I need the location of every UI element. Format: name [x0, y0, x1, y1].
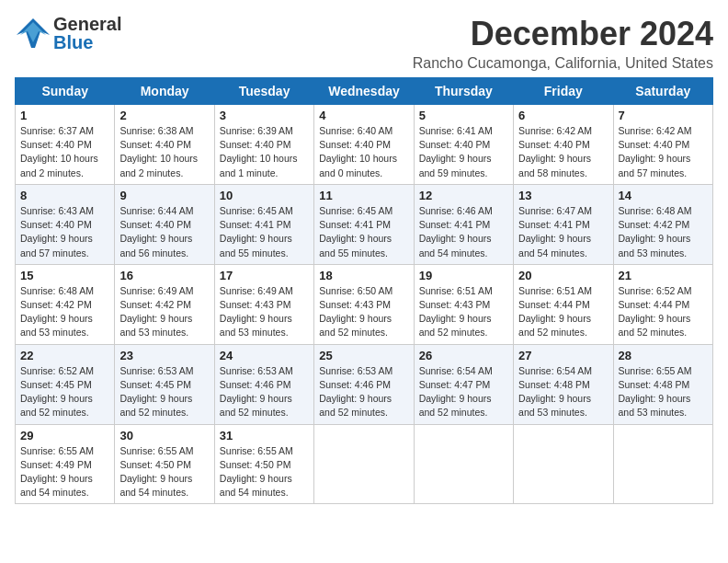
main-title: December 2024: [413, 15, 713, 53]
cell-content: Sunrise: 6:55 AMSunset: 4:50 PMDaylight:…: [220, 444, 309, 500]
day-number: 1: [20, 109, 109, 122]
cell-content: Sunrise: 6:43 AMSunset: 4:40 PMDaylight:…: [20, 204, 109, 260]
day-number: 26: [419, 349, 508, 362]
calendar-cell: 2Sunrise: 6:38 AMSunset: 4:40 PMDaylight…: [115, 105, 214, 185]
cell-content: Sunrise: 6:49 AMSunset: 4:42 PMDaylight:…: [119, 284, 209, 340]
day-number: 19: [419, 269, 508, 282]
day-number: 4: [319, 109, 408, 122]
calendar-table: Sunday Monday Tuesday Wednesday Thursday…: [15, 77, 713, 504]
day-number: 12: [419, 189, 508, 202]
calendar-cell: 4Sunrise: 6:40 AMSunset: 4:40 PMDaylight…: [314, 105, 414, 185]
calendar-week-3: 15Sunrise: 6:48 AMSunset: 4:42 PMDayligh…: [16, 264, 713, 344]
calendar-cell: [514, 424, 613, 504]
cell-content: Sunrise: 6:42 AMSunset: 4:40 PMDaylight:…: [518, 124, 608, 180]
cell-content: Sunrise: 6:50 AMSunset: 4:43 PMDaylight:…: [319, 284, 408, 340]
cell-content: Sunrise: 6:53 AMSunset: 4:46 PMDaylight:…: [319, 364, 408, 420]
calendar-cell: [314, 424, 414, 504]
day-number: 10: [220, 189, 309, 202]
calendar-cell: [414, 424, 513, 504]
day-number: 25: [319, 349, 408, 362]
cell-content: Sunrise: 6:55 AMSunset: 4:48 PMDaylight:…: [619, 364, 708, 420]
day-number: 3: [220, 109, 309, 122]
calendar-cell: 25Sunrise: 6:53 AMSunset: 4:46 PMDayligh…: [314, 344, 414, 424]
calendar-cell: 27Sunrise: 6:54 AMSunset: 4:48 PMDayligh…: [514, 344, 613, 424]
day-number: 15: [20, 269, 109, 282]
calendar-cell: 8Sunrise: 6:43 AMSunset: 4:40 PMDaylight…: [16, 184, 115, 264]
day-number: 20: [518, 269, 608, 282]
cell-content: Sunrise: 6:53 AMSunset: 4:45 PMDaylight:…: [119, 364, 209, 420]
subtitle: Rancho Cucamonga, California, United Sta…: [413, 55, 713, 72]
day-number: 21: [619, 269, 708, 282]
calendar-cell: 10Sunrise: 6:45 AMSunset: 4:41 PMDayligh…: [214, 184, 313, 264]
day-number: 11: [319, 189, 408, 202]
calendar-cell: 28Sunrise: 6:55 AMSunset: 4:48 PMDayligh…: [613, 344, 712, 424]
calendar-cell: 18Sunrise: 6:50 AMSunset: 4:43 PMDayligh…: [314, 264, 414, 344]
calendar-cell: 30Sunrise: 6:55 AMSunset: 4:50 PMDayligh…: [115, 424, 214, 504]
calendar-week-2: 8Sunrise: 6:43 AMSunset: 4:40 PMDaylight…: [16, 184, 713, 264]
day-number: 13: [518, 189, 608, 202]
day-number: 18: [319, 269, 408, 282]
calendar-cell: 22Sunrise: 6:52 AMSunset: 4:45 PMDayligh…: [16, 344, 115, 424]
calendar-cell: 11Sunrise: 6:45 AMSunset: 4:41 PMDayligh…: [314, 184, 414, 264]
calendar-cell: 12Sunrise: 6:46 AMSunset: 4:41 PMDayligh…: [414, 184, 513, 264]
day-number: 28: [619, 349, 708, 362]
calendar-cell: 21Sunrise: 6:52 AMSunset: 4:44 PMDayligh…: [613, 264, 712, 344]
cell-content: Sunrise: 6:51 AMSunset: 4:44 PMDaylight:…: [518, 284, 608, 340]
calendar-cell: 23Sunrise: 6:53 AMSunset: 4:45 PMDayligh…: [115, 344, 214, 424]
calendar-week-5: 29Sunrise: 6:55 AMSunset: 4:49 PMDayligh…: [16, 424, 713, 504]
calendar-cell: 15Sunrise: 6:48 AMSunset: 4:42 PMDayligh…: [16, 264, 115, 344]
cell-content: Sunrise: 6:52 AMSunset: 4:45 PMDaylight:…: [20, 364, 109, 420]
day-number: 14: [619, 189, 708, 202]
cell-content: Sunrise: 6:40 AMSunset: 4:40 PMDaylight:…: [319, 124, 408, 180]
cell-content: Sunrise: 6:46 AMSunset: 4:41 PMDaylight:…: [419, 204, 508, 260]
logo-general: General: [53, 15, 121, 33]
calendar-cell: 5Sunrise: 6:41 AMSunset: 4:40 PMDaylight…: [414, 105, 513, 185]
calendar-cell: 13Sunrise: 6:47 AMSunset: 4:41 PMDayligh…: [514, 184, 613, 264]
calendar-cell: 24Sunrise: 6:53 AMSunset: 4:46 PMDayligh…: [214, 344, 313, 424]
calendar-cell: 16Sunrise: 6:49 AMSunset: 4:42 PMDayligh…: [115, 264, 214, 344]
day-number: 16: [119, 269, 209, 282]
calendar-header: Sunday Monday Tuesday Wednesday Thursday…: [16, 78, 713, 105]
day-number: 22: [20, 349, 109, 362]
calendar-week-4: 22Sunrise: 6:52 AMSunset: 4:45 PMDayligh…: [16, 344, 713, 424]
day-number: 29: [20, 429, 109, 442]
calendar-cell: 9Sunrise: 6:44 AMSunset: 4:40 PMDaylight…: [115, 184, 214, 264]
day-number: 2: [119, 109, 209, 122]
cell-content: Sunrise: 6:49 AMSunset: 4:43 PMDaylight:…: [220, 284, 309, 340]
day-number: 23: [119, 349, 209, 362]
calendar-cell: [613, 424, 712, 504]
col-saturday: Saturday: [613, 78, 712, 105]
day-number: 6: [518, 109, 608, 122]
cell-content: Sunrise: 6:42 AMSunset: 4:40 PMDaylight:…: [619, 124, 708, 180]
cell-content: Sunrise: 6:47 AMSunset: 4:41 PMDaylight:…: [518, 204, 608, 260]
cell-content: Sunrise: 6:55 AMSunset: 4:50 PMDaylight:…: [119, 444, 209, 500]
day-number: 8: [20, 189, 109, 202]
calendar-cell: 1Sunrise: 6:37 AMSunset: 4:40 PMDaylight…: [16, 105, 115, 185]
day-number: 27: [518, 349, 608, 362]
header-row: Sunday Monday Tuesday Wednesday Thursday…: [16, 78, 713, 105]
calendar-cell: 3Sunrise: 6:39 AMSunset: 4:40 PMDaylight…: [214, 105, 313, 185]
logo: General Blue: [15, 15, 121, 52]
title-area: December 2024 Rancho Cucamonga, Californ…: [413, 15, 713, 72]
calendar-body: 1Sunrise: 6:37 AMSunset: 4:40 PMDaylight…: [16, 105, 713, 504]
cell-content: Sunrise: 6:51 AMSunset: 4:43 PMDaylight:…: [419, 284, 508, 340]
cell-content: Sunrise: 6:38 AMSunset: 4:40 PMDaylight:…: [119, 124, 209, 180]
day-number: 31: [220, 429, 309, 442]
cell-content: Sunrise: 6:48 AMSunset: 4:42 PMDaylight:…: [20, 284, 109, 340]
day-number: 7: [619, 109, 708, 122]
calendar-week-1: 1Sunrise: 6:37 AMSunset: 4:40 PMDaylight…: [16, 105, 713, 185]
day-number: 9: [119, 189, 209, 202]
col-sunday: Sunday: [16, 78, 115, 105]
calendar-cell: 7Sunrise: 6:42 AMSunset: 4:40 PMDaylight…: [613, 105, 712, 185]
col-tuesday: Tuesday: [214, 78, 313, 105]
cell-content: Sunrise: 6:45 AMSunset: 4:41 PMDaylight:…: [220, 204, 309, 260]
bird-icon: [15, 15, 51, 52]
calendar-cell: 19Sunrise: 6:51 AMSunset: 4:43 PMDayligh…: [414, 264, 513, 344]
cell-content: Sunrise: 6:44 AMSunset: 4:40 PMDaylight:…: [119, 204, 209, 260]
day-number: 17: [220, 269, 309, 282]
cell-content: Sunrise: 6:54 AMSunset: 4:48 PMDaylight:…: [518, 364, 608, 420]
col-friday: Friday: [514, 78, 613, 105]
day-number: 5: [419, 109, 508, 122]
svg-marker-1: [20, 22, 46, 42]
cell-content: Sunrise: 6:52 AMSunset: 4:44 PMDaylight:…: [619, 284, 708, 340]
